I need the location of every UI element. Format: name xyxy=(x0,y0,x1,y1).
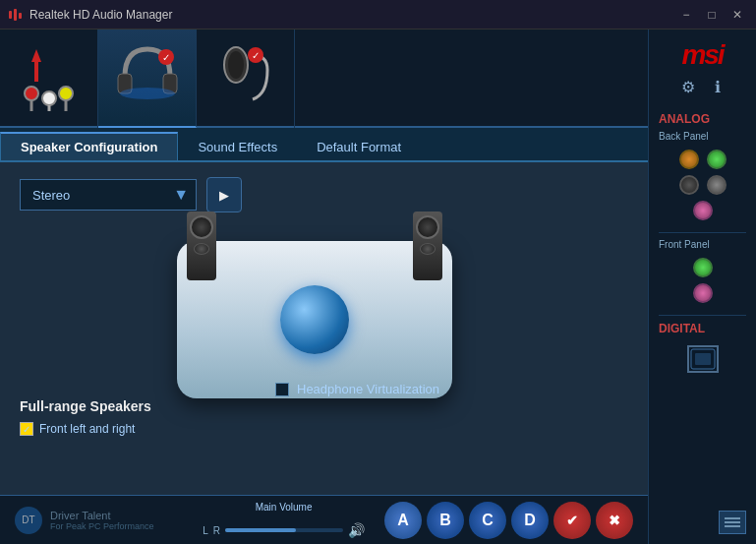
jack-orange-back[interactable] xyxy=(679,150,699,169)
speaker-platform xyxy=(177,241,452,398)
content-area: Stereo Quadraphonic 5.1 Surround 7.1 Sur… xyxy=(0,162,648,495)
audio-btn-c[interactable]: C xyxy=(469,502,506,539)
device-tab-headphone[interactable]: ✓ xyxy=(98,30,197,128)
back-panel-row1 xyxy=(679,150,727,169)
play-icon: ▶ xyxy=(219,188,229,203)
titlebar: Realtek HD Audio Manager − □ ✕ xyxy=(0,0,756,30)
panel-divider xyxy=(659,232,746,233)
volume-speaker-icon: 🔊 xyxy=(348,522,365,538)
speaker-select[interactable]: Stereo Quadraphonic 5.1 Surround 7.1 Sur… xyxy=(20,179,197,211)
headphone-virt-checkbox[interactable] xyxy=(275,383,289,396)
device-tab-microphone[interactable]: ✓ xyxy=(197,30,295,128)
watermark-icon: DT xyxy=(15,507,42,534)
svg-point-6 xyxy=(42,91,56,105)
speaker-dropdown-wrapper: Stereo Quadraphonic 5.1 Surround 7.1 Sur… xyxy=(20,179,197,211)
microphone-icon: ✓ xyxy=(218,40,272,118)
rca-icon xyxy=(22,44,76,113)
device-tab-rca[interactable] xyxy=(0,30,98,128)
svg-marker-3 xyxy=(31,49,41,62)
info-icon[interactable]: ℹ xyxy=(707,76,728,97)
settings-button[interactable] xyxy=(719,511,746,534)
front-panel-row1 xyxy=(693,258,713,277)
audio-btn-a[interactable]: A xyxy=(384,502,422,539)
audio-btn-d[interactable]: D xyxy=(511,502,549,539)
svg-text:✓: ✓ xyxy=(252,50,260,61)
device-tabs: ✓ ✓ xyxy=(0,30,648,128)
front-panel-label: Front Panel xyxy=(659,239,710,250)
speaker-right-unit xyxy=(413,212,442,280)
bottom-section: Full-range Speakers ✓ Front left and rig… xyxy=(20,398,151,436)
headphone-virtualization-row: Headphone Virtualization xyxy=(275,382,439,396)
close-button[interactable]: ✕ xyxy=(727,6,748,24)
window-title: Realtek HD Audio Manager xyxy=(29,8,675,22)
front-lr-checkbox[interactable]: ✓ xyxy=(20,422,33,436)
jack-green-front[interactable] xyxy=(693,258,713,277)
jack-green-back[interactable] xyxy=(707,150,727,169)
msi-logo: msi xyxy=(681,39,723,71)
digital-optical-port[interactable] xyxy=(687,345,719,373)
main-layout: ✓ ✓ xyxy=(0,30,756,544)
jack-pink-back[interactable] xyxy=(693,201,713,220)
speaker-ball xyxy=(280,285,349,354)
svg-rect-1 xyxy=(14,9,17,21)
watermark: DT Driver Talent For Peak PC Performance xyxy=(15,507,154,534)
jack-pink-front[interactable] xyxy=(693,283,713,303)
volume-section: Main Volume L R 🔊 xyxy=(203,502,365,538)
front-lr-label: Front left and right xyxy=(39,422,135,436)
digital-divider xyxy=(659,315,746,316)
watermark-subtitle: For Peak PC Performance xyxy=(50,521,154,531)
analog-label: ANALOG xyxy=(659,112,710,126)
front-left-right-row: ✓ Front left and right xyxy=(20,422,151,436)
minimize-button[interactable]: − xyxy=(675,6,697,24)
full-range-label: Full-range Speakers xyxy=(20,398,151,414)
maximize-button[interactable]: □ xyxy=(701,6,723,24)
gear-icon[interactable]: ⚙ xyxy=(677,76,699,97)
back-panel-label: Back Panel xyxy=(659,131,709,142)
front-panel-row2 xyxy=(693,283,713,303)
tab-sound-effects[interactable]: Sound Effects xyxy=(178,134,297,160)
left-channel-label: L xyxy=(203,525,208,536)
svg-rect-0 xyxy=(9,11,12,19)
digital-label: DIGITAL xyxy=(659,322,705,335)
svg-point-7 xyxy=(59,87,73,100)
volume-label: Main Volume xyxy=(256,502,313,513)
jack-gray-back[interactable] xyxy=(707,175,727,195)
svg-rect-21 xyxy=(695,353,711,365)
audio-btn-check[interactable]: ✔ xyxy=(553,502,591,539)
svg-point-5 xyxy=(25,87,38,100)
back-panel-row3 xyxy=(693,201,713,220)
audio-buttons: A B C D ✔ ✖ xyxy=(384,502,633,539)
volume-fill xyxy=(225,528,296,532)
watermark-title: Driver Talent xyxy=(50,510,154,521)
right-channel-label: R xyxy=(213,525,220,536)
svg-rect-2 xyxy=(19,13,22,19)
svg-rect-4 xyxy=(34,62,38,82)
svg-text:✓: ✓ xyxy=(162,52,170,63)
volume-slider[interactable] xyxy=(225,528,343,532)
headphone-icon: ✓ xyxy=(113,39,182,117)
window-controls: − □ ✕ xyxy=(675,6,748,24)
tab-default-format[interactable]: Default Format xyxy=(297,134,421,160)
tab-speaker-configuration[interactable]: Speaker Configuration xyxy=(0,132,178,160)
center-area: ✓ ✓ xyxy=(0,30,648,544)
speaker-left-unit xyxy=(187,212,216,280)
dropdown-row: Stereo Quadraphonic 5.1 Surround 7.1 Sur… xyxy=(20,177,628,212)
svg-point-13 xyxy=(120,88,175,99)
audio-btn-b[interactable]: B xyxy=(427,502,464,539)
svg-point-17 xyxy=(228,51,244,79)
play-button[interactable]: ▶ xyxy=(206,177,242,212)
right-panel-icons: ⚙ ℹ xyxy=(677,76,728,97)
app-icon xyxy=(8,7,24,23)
right-panel: msi ⚙ ℹ ANALOG Back Panel Front Panel DI… xyxy=(648,30,756,544)
headphone-virt-label: Headphone Virtualization xyxy=(297,382,439,396)
audio-btn-x[interactable]: ✖ xyxy=(596,502,633,539)
bottom-bar: DT Driver Talent For Peak PC Performance… xyxy=(0,495,648,544)
jack-black-back[interactable] xyxy=(679,175,699,195)
content-tabs: Speaker Configuration Sound Effects Defa… xyxy=(0,128,648,162)
back-panel-row2 xyxy=(679,175,727,195)
